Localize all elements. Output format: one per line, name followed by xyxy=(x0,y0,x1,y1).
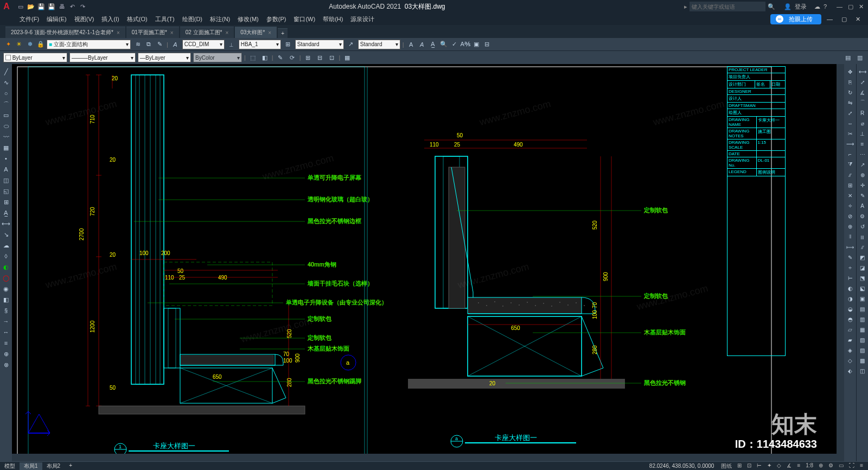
xline-icon[interactable]: ↔ xyxy=(2,328,10,336)
redo-icon[interactable]: ↷ xyxy=(78,2,87,11)
search-input[interactable] xyxy=(690,2,765,11)
measure-icon[interactable]: ⊢ xyxy=(846,274,854,282)
menu-view[interactable]: 视图(V) xyxy=(71,15,98,23)
block-icon[interactable]: ⬚ xyxy=(248,53,258,62)
file-tab[interactable]: 01平面施工图*× xyxy=(126,27,179,38)
text-icon[interactable]: A xyxy=(2,165,10,174)
print-icon[interactable]: 🖶 xyxy=(58,2,66,11)
lengthen-icon[interactable]: ⟼ xyxy=(846,243,854,251)
menu-draw[interactable]: 绘图(D) xyxy=(179,15,206,23)
trim-icon[interactable]: ✂ xyxy=(846,129,854,138)
offset-icon[interactable]: ⫽ xyxy=(846,170,854,179)
ellipse-icon[interactable]: ⬭ xyxy=(2,122,10,130)
tool-r30-icon[interactable]: ⬖ xyxy=(846,366,854,375)
file-tab[interactable]: 2023-9-6 顶面-世外桃源别墅42-1-1合老师*× xyxy=(5,27,125,38)
grid3-icon[interactable]: ⊡ xyxy=(327,53,337,62)
menu-edit[interactable]: 编辑(E) xyxy=(43,15,70,23)
txt-ai-icon[interactable]: A xyxy=(417,40,427,49)
explode-icon[interactable]: ✧ xyxy=(846,201,854,210)
open-icon[interactable]: 📂 xyxy=(27,2,35,11)
dim29-icon[interactable]: ▩ xyxy=(858,356,867,365)
linetype-combo[interactable]: ——— ByLayer▾ xyxy=(69,53,136,62)
lock-icon[interactable]: 🔒 xyxy=(36,40,46,49)
menu-modify[interactable]: 修改(M) xyxy=(234,15,262,23)
mtext-icon[interactable]: A̲ xyxy=(2,208,10,217)
dimstyle-icon[interactable]: ⚙ xyxy=(858,212,867,220)
doc-max-icon[interactable]: ▢ xyxy=(838,16,850,23)
tab-close-icon[interactable]: × xyxy=(170,30,174,36)
field-icon[interactable]: ▣ xyxy=(471,40,481,49)
revision-icon[interactable]: ☁ xyxy=(2,241,10,250)
standard2-combo[interactable]: Standard▾ xyxy=(358,40,400,49)
leader-icon[interactable]: ↘ xyxy=(2,230,10,239)
spline-icon[interactable]: 〰 xyxy=(2,132,10,141)
search-icon[interactable]: 🔍 xyxy=(768,3,775,10)
snap-icon[interactable]: ⊡ xyxy=(745,462,753,470)
rotate-icon[interactable]: ↻ xyxy=(846,88,854,97)
fullscreen-icon[interactable]: ⛶ xyxy=(847,462,856,470)
dimover-icon[interactable]: ↺ xyxy=(858,222,867,231)
new-tab-button[interactable]: + xyxy=(278,28,288,38)
drawing-canvas[interactable]: 2700 710 720 1200 20 20 20 50 100 200 xyxy=(12,64,844,461)
menu-window[interactable]: 窗口(W) xyxy=(290,15,318,23)
rect-icon[interactable]: ▭ xyxy=(2,111,10,119)
dimbreak-icon[interactable]: ⫽ xyxy=(858,243,867,251)
tool28-icon[interactable]: ⊗ xyxy=(2,360,10,369)
menu-format[interactable]: 格式(O) xyxy=(124,15,151,23)
ray-icon[interactable]: → xyxy=(2,317,10,326)
table2-icon[interactable]: ⊟ xyxy=(482,40,492,49)
layers-icon[interactable]: ≋ xyxy=(133,40,143,49)
boundary-icon[interactable]: ◯ xyxy=(2,274,10,282)
user-area[interactable]: 👤 登录 ☁ ? xyxy=(778,3,832,11)
maximize-icon[interactable]: ▢ xyxy=(848,3,853,10)
tool-r26-icon[interactable]: ▱ xyxy=(846,325,854,334)
layer-icon[interactable]: ✦ xyxy=(3,40,13,49)
tool-r25-icon[interactable]: ◓ xyxy=(846,315,854,323)
upload-button[interactable]: ∞ 抢眼上传 xyxy=(770,14,821,24)
dimord-icon[interactable]: ⊥ xyxy=(858,129,867,138)
dimcenter-icon[interactable]: ✛ xyxy=(858,181,867,189)
tab-close-icon[interactable]: × xyxy=(225,30,228,36)
workspace-icon[interactable]: ▭ xyxy=(837,462,845,470)
otrack-icon[interactable]: ∡ xyxy=(785,462,793,470)
region-icon[interactable]: ◱ xyxy=(2,187,10,195)
polyline-icon[interactable]: ∿ xyxy=(2,78,10,87)
dimang-icon[interactable]: ∡ xyxy=(858,88,867,97)
layer-combo[interactable]: ■ 立面-立面结构▾ xyxy=(47,40,131,49)
tab-close-icon[interactable]: × xyxy=(268,30,271,36)
menu-dim[interactable]: 标注(N) xyxy=(207,15,233,23)
tab-close-icon[interactable]: × xyxy=(117,30,120,36)
dim-icon[interactable]: ⟂ xyxy=(227,40,237,49)
dim23-icon[interactable]: ▣ xyxy=(858,294,867,303)
chamfer-icon[interactable]: ⧩ xyxy=(846,160,854,169)
grid-icon[interactable]: ⊞ xyxy=(736,462,743,470)
menu-param[interactable]: 参数(P) xyxy=(263,15,290,23)
cloud-icon[interactable]: ☁ xyxy=(814,3,820,10)
file-tab[interactable]: 03大样图*× xyxy=(235,27,277,38)
osnap-icon[interactable]: ◇ xyxy=(775,462,783,470)
stretch-icon[interactable]: ↔ xyxy=(846,119,854,128)
layout-tab[interactable]: 布局1 xyxy=(20,462,42,470)
dim-icon[interactable]: ⟷ xyxy=(2,219,10,228)
line-icon[interactable]: ╱ xyxy=(2,67,10,76)
qleader-icon[interactable]: ↗ xyxy=(858,160,867,169)
close-icon[interactable]: ✕ xyxy=(859,3,864,10)
3d-icon[interactable]: ◧ xyxy=(2,295,10,304)
polar-icon[interactable]: ✦ xyxy=(765,462,773,470)
palette-icon[interactable]: ▤ xyxy=(843,53,853,62)
dim19-icon[interactable]: ◩ xyxy=(858,253,867,262)
dimspace-icon[interactable]: ⫼ xyxy=(858,232,867,241)
text-a-icon[interactable]: A xyxy=(170,40,180,49)
join-icon[interactable]: ⊕ xyxy=(846,222,854,231)
grid2-icon[interactable]: ⊟ xyxy=(315,53,325,62)
dim20-icon[interactable]: ◪ xyxy=(858,263,867,272)
grid4-icon[interactable]: ▦ xyxy=(342,53,352,62)
style-a-icon[interactable]: A℁ xyxy=(461,40,470,49)
donut-icon[interactable]: ◉ xyxy=(2,284,10,293)
gradient-icon[interactable]: ◐ xyxy=(2,263,10,271)
txt-a2-icon[interactable]: A̲ xyxy=(428,40,438,49)
standard-combo[interactable]: Standard▾ xyxy=(295,40,344,49)
leader-icon[interactable]: ↗ xyxy=(346,40,356,49)
dimstyle-combo[interactable]: CCD_DIM▾ xyxy=(182,40,225,49)
block-icon[interactable]: ◫ xyxy=(2,176,10,185)
